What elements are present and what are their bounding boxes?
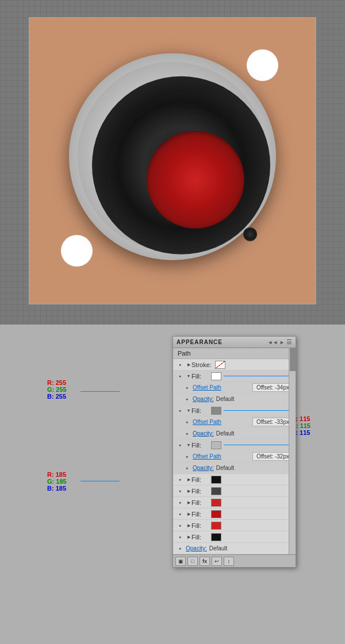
offset-path-row-3: Offset Path Offset: -32px xyxy=(173,451,296,462)
bottom-panel: R: 255 G: 255 B: 255 R: 115 G: 115 B: 11… xyxy=(0,325,345,644)
offset-path-link-1[interactable]: Offset Path xyxy=(193,384,221,391)
record-outer-rim xyxy=(69,53,276,260)
toolbar-btn-add-stroke[interactable]: ▣ xyxy=(175,557,186,566)
panel-expand-btn[interactable]: ► xyxy=(279,340,285,345)
toolbar-btn-add-fill[interactable]: □ xyxy=(187,557,198,566)
expand-fill9[interactable] xyxy=(186,534,191,540)
stroke-swatch[interactable] xyxy=(215,361,225,369)
artboard xyxy=(29,17,316,304)
fill-black2-swatch[interactable] xyxy=(211,533,221,541)
offset-path-row-1: Offset Path Offset: -34px xyxy=(173,382,296,394)
eye-icon-fill2[interactable] xyxy=(175,407,185,415)
toolbar-btn-fx[interactable]: fx xyxy=(200,557,210,566)
fill-white-swatch[interactable] xyxy=(211,372,221,380)
opacity-row-3: Opacity: Default xyxy=(173,462,296,474)
eye-icon-offset2[interactable] xyxy=(182,418,191,426)
fill-darkgray-swatch[interactable] xyxy=(211,487,221,495)
scrollbar[interactable] xyxy=(289,348,296,554)
offset-container-1: Offset Path Offset: -34px xyxy=(193,383,293,392)
panel-menu-btn[interactable]: ☰ xyxy=(286,338,292,346)
opacity-link-3[interactable]: Opacity: xyxy=(193,465,214,471)
eye-icon-opacity3[interactable] xyxy=(182,464,191,472)
eye-icon-fill5[interactable] xyxy=(175,487,185,495)
panel-title: APPEARANCE xyxy=(177,339,223,345)
fill-red1-swatch[interactable] xyxy=(211,499,221,507)
eye-icon-offset1[interactable] xyxy=(182,384,191,392)
opacity-val-1: Default xyxy=(216,396,235,402)
fill-gray-swatch[interactable] xyxy=(211,407,221,415)
connector-white xyxy=(80,391,120,392)
eye-icon-opacity2[interactable] xyxy=(182,430,191,438)
appearance-content: Stroke: Fill: Offset Path Offset: -34px xyxy=(173,359,296,554)
panel-controls: ◄◄ ► ☰ xyxy=(267,338,292,346)
record-vinyl xyxy=(92,76,270,254)
fill-red3-swatch[interactable] xyxy=(211,522,221,530)
appearance-panel: APPEARANCE ◄◄ ► ☰ Path Stroke: xyxy=(172,336,296,568)
fill-darkgray-row: Fill: xyxy=(173,485,296,497)
record-label xyxy=(147,131,244,229)
fill-gray-row: Fill: xyxy=(173,405,296,417)
fill-graylight-row: Fill: xyxy=(173,439,296,451)
offset-badge-3: Offset: -32px xyxy=(252,452,293,461)
opacity-val-2: Default xyxy=(216,430,235,437)
fill-black-row: Fill: xyxy=(173,474,296,485)
opacity-val-bottom: Default xyxy=(209,545,228,552)
eye-icon-fill8[interactable] xyxy=(175,522,185,530)
eye-icon-fill3[interactable] xyxy=(175,441,185,449)
record-inner-rim xyxy=(78,62,267,252)
opacity-link-1[interactable]: Opacity: xyxy=(193,396,214,402)
offset-container-2: Offset Path Offset: -33px xyxy=(193,418,293,426)
expand-stroke[interactable] xyxy=(186,362,191,368)
opacity-val-3: Default xyxy=(216,465,235,471)
expand-fill1[interactable] xyxy=(186,373,191,379)
canvas-area xyxy=(0,0,345,325)
panel-toolbar: ▣ □ fx ↩ ↕ xyxy=(173,554,296,567)
callout-white: R: 255 G: 255 B: 255 xyxy=(47,379,67,400)
fill-graylight-swatch[interactable] xyxy=(211,441,221,449)
eye-icon-fill9[interactable] xyxy=(175,533,185,541)
offset-path-link-3[interactable]: Offset Path xyxy=(193,453,221,460)
fill-red1-row: Fill: xyxy=(173,497,296,508)
eye-icon-fill7[interactable] xyxy=(175,510,185,518)
offset-path-row-2: Offset Path Offset: -33px xyxy=(173,417,296,428)
opacity-row-2: Opacity: Default xyxy=(173,428,296,439)
scroll-thumb[interactable] xyxy=(290,348,296,371)
opacity-link-2[interactable]: Opacity: xyxy=(193,430,214,437)
expand-fill8[interactable] xyxy=(186,523,191,529)
expand-fill3[interactable] xyxy=(186,442,191,448)
eye-icon-fill4[interactable] xyxy=(175,476,185,484)
eye-icon-fill1[interactable] xyxy=(175,372,185,380)
opacity-link-bottom[interactable]: Opacity: xyxy=(186,545,207,552)
fill-red3-row: Fill: xyxy=(173,520,296,531)
fill-red2-swatch[interactable] xyxy=(211,510,221,518)
panel-path-label: Path xyxy=(173,348,296,359)
eye-icon-opacity-bottom[interactable] xyxy=(175,545,185,553)
fill-black2-row: Fill: xyxy=(173,531,296,543)
offset-path-link-2[interactable]: Offset Path xyxy=(193,419,221,425)
expand-fill2[interactable] xyxy=(186,408,191,414)
eye-icon-fill6[interactable] xyxy=(175,499,185,507)
fill-black-swatch[interactable] xyxy=(211,476,221,484)
panel-collapse-btn[interactable]: ◄◄ xyxy=(267,340,278,345)
panel-titlebar: APPEARANCE ◄◄ ► ☰ xyxy=(173,337,296,348)
eye-icon-opacity1[interactable] xyxy=(182,395,191,403)
connector-gray2 xyxy=(80,481,120,481)
toolbar-btn-duplicate[interactable]: ↩ xyxy=(212,557,222,566)
fill-line-connector2 xyxy=(224,410,293,411)
opacity-bottom-row: Opacity: Default xyxy=(173,543,296,554)
toolbar-btn-delete[interactable]: ↕ xyxy=(224,557,234,566)
callout-gray2: R: 185 G: 185 B: 185 xyxy=(47,471,67,492)
expand-fill5[interactable] xyxy=(186,488,191,494)
opacity-row-1: Opacity: Default xyxy=(173,394,296,405)
eye-icon-stroke[interactable] xyxy=(175,361,185,369)
expand-fill4[interactable] xyxy=(186,477,191,483)
stroke-row: Stroke: xyxy=(173,359,296,371)
eye-icon-offset3[interactable] xyxy=(182,453,191,461)
vinyl-record xyxy=(69,53,276,260)
expand-fill7[interactable] xyxy=(186,511,191,517)
fill-line-connector xyxy=(224,376,293,376)
record-center-hole xyxy=(243,227,257,241)
expand-fill6[interactable] xyxy=(186,500,191,506)
offset-container-3: Offset Path Offset: -32px xyxy=(193,452,293,461)
fill-line-connector3 xyxy=(224,445,293,445)
